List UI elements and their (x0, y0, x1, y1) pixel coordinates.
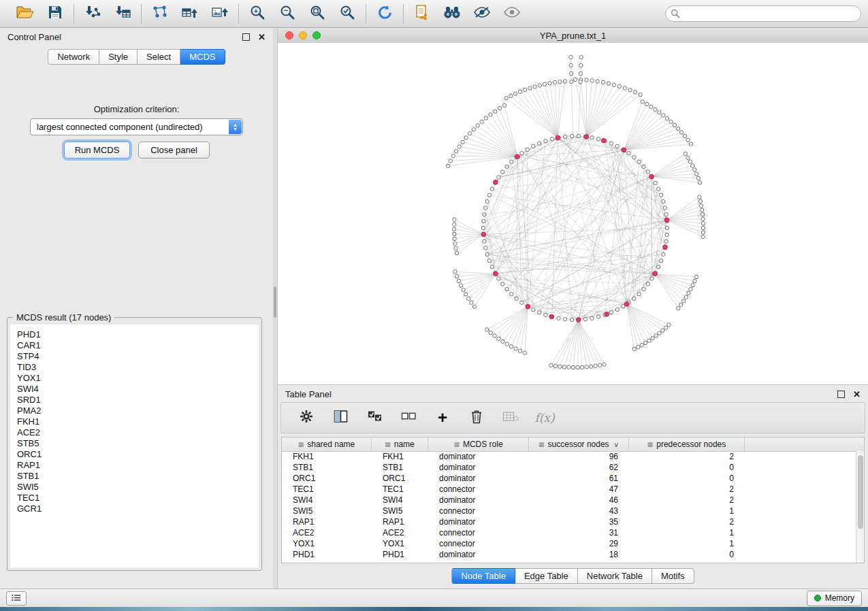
network-node[interactable] (633, 90, 637, 94)
network-node[interactable] (607, 82, 610, 85)
create-column-button[interactable]: + (432, 408, 453, 428)
network-node[interactable] (553, 364, 557, 367)
mcds-node[interactable] (576, 318, 581, 323)
network-node[interactable] (701, 231, 705, 234)
network-node[interactable] (673, 123, 676, 127)
network-node[interactable] (501, 340, 504, 343)
network-node[interactable] (538, 311, 541, 314)
network-node[interactable] (698, 181, 702, 184)
network-node[interactable] (505, 287, 509, 291)
network-node[interactable] (689, 287, 692, 291)
network-node[interactable] (480, 120, 483, 123)
zoom-fit-button[interactable] (307, 3, 327, 24)
network-node[interactable] (453, 242, 457, 245)
network-node[interactable] (632, 156, 636, 159)
table-scrollbar-thumb[interactable] (858, 455, 863, 529)
network-node[interactable] (596, 137, 600, 141)
network-node[interactable] (490, 187, 494, 191)
mcds-result-item[interactable]: YOX1 (17, 373, 259, 384)
network-node[interactable] (485, 199, 489, 203)
network-node[interactable] (485, 328, 488, 331)
network-node[interactable] (550, 137, 553, 141)
mcds-result-item[interactable]: CAR1 (17, 340, 259, 351)
network-node[interactable] (657, 265, 660, 269)
mcds-node[interactable] (556, 135, 560, 140)
network-node[interactable] (470, 301, 473, 304)
network-node[interactable] (662, 199, 665, 203)
network-node[interactable] (484, 246, 487, 250)
network-node[interactable] (563, 80, 566, 83)
network-node[interactable] (570, 80, 573, 83)
mcds-node[interactable] (549, 314, 554, 319)
visual-styles-button[interactable] (472, 3, 492, 24)
network-node[interactable] (571, 365, 575, 369)
table-row[interactable]: FKH1FKH1dominator962 (282, 451, 856, 462)
network-node[interactable] (585, 78, 588, 82)
mcds-result-item[interactable]: SRD1 (17, 395, 259, 406)
network-node[interactable] (543, 82, 546, 86)
network-node[interactable] (487, 193, 491, 197)
network-search-button[interactable] (442, 3, 462, 24)
network-node[interactable] (576, 365, 579, 369)
network-node[interactable] (623, 86, 626, 90)
open-session-button[interactable] (15, 3, 35, 24)
network-node[interactable] (538, 142, 541, 145)
network-node[interactable] (615, 308, 619, 311)
network-node[interactable] (579, 63, 583, 67)
network-node[interactable] (649, 105, 653, 108)
network-node[interactable] (696, 176, 700, 180)
close-panel-icon[interactable]: ✕ (258, 33, 266, 42)
network-node[interactable] (520, 152, 524, 155)
network-node[interactable] (602, 363, 606, 366)
save-session-button[interactable] (45, 3, 65, 24)
show-graphics-button[interactable] (502, 3, 522, 24)
network-node[interactable] (509, 94, 513, 97)
column-header-successor-nodes[interactable]: ▦successor nodes∨ (529, 437, 629, 451)
import-table-file-button[interactable] (112, 3, 133, 24)
mcds-result-item[interactable]: GCR1 (17, 503, 259, 514)
network-node[interactable] (538, 84, 541, 87)
network-window-titlebar[interactable]: YPA_prune.txt_1 (278, 28, 868, 44)
network-node[interactable] (665, 233, 669, 236)
network-node[interactable] (679, 131, 683, 134)
network-node[interactable] (662, 114, 665, 117)
network-node[interactable] (642, 287, 645, 291)
network-node[interactable] (698, 199, 702, 203)
mcds-node[interactable] (526, 304, 530, 309)
mcds-node[interactable] (605, 312, 609, 317)
mcds-result-item[interactable]: PMA2 (17, 406, 259, 416)
network-node[interactable] (590, 136, 594, 139)
network-node[interactable] (500, 282, 504, 286)
network-node[interactable] (684, 152, 687, 155)
network-node[interactable] (579, 80, 582, 83)
table-tab-motifs[interactable]: Motifs (652, 568, 694, 584)
column-dropdown-icon[interactable]: ∨ (614, 441, 619, 448)
network-node[interactable] (569, 71, 573, 75)
network-node[interactable] (664, 326, 667, 329)
network-node[interactable] (567, 365, 570, 369)
network-node[interactable] (686, 156, 690, 159)
network-node[interactable] (484, 116, 487, 120)
close-panel-button[interactable]: Close panel (138, 142, 210, 159)
network-node[interactable] (523, 351, 526, 354)
zoom-selected-button[interactable] (337, 3, 357, 24)
function-builder-button[interactable]: f(x) (534, 408, 555, 428)
network-node[interactable] (569, 55, 573, 59)
network-node[interactable] (502, 103, 506, 107)
network-node[interactable] (510, 293, 513, 296)
mcds-node[interactable] (653, 271, 658, 276)
copy-document-button[interactable] (412, 3, 432, 24)
network-node[interactable] (639, 93, 642, 96)
network-node[interactable] (549, 363, 553, 367)
network-node[interactable] (667, 323, 671, 327)
table-row[interactable]: TEC1TEC1connector472 (282, 484, 856, 495)
network-node[interactable] (518, 90, 521, 93)
network-node[interactable] (590, 365, 593, 368)
network-node[interactable] (598, 363, 602, 367)
network-node[interactable] (687, 291, 690, 295)
network-node[interactable] (504, 97, 508, 100)
network-node[interactable] (461, 140, 464, 144)
network-node[interactable] (557, 316, 560, 320)
network-node[interactable] (609, 142, 613, 145)
mcds-result-item[interactable]: STB5 (17, 438, 259, 449)
